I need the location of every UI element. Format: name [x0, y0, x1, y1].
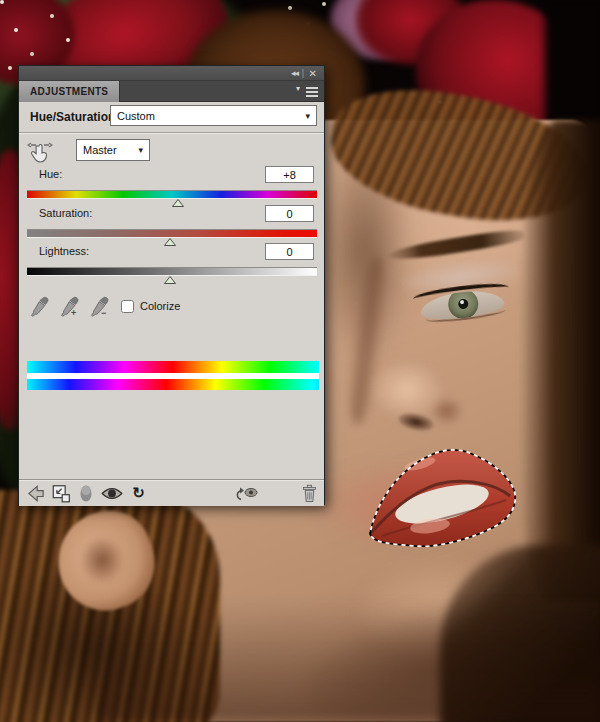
colorize-checkbox[interactable] — [121, 300, 134, 313]
menu-caret-icon: ▾ — [296, 84, 300, 93]
spectrum-ramp-original — [27, 361, 319, 373]
hue-slider-bar[interactable] — [27, 190, 317, 199]
saturation-slider-bar[interactable] — [27, 229, 317, 238]
channel-value: Master — [83, 144, 117, 156]
lightness-slider-bar[interactable] — [27, 267, 317, 276]
panel-footer: ↻ — [19, 479, 324, 506]
colorize-label: Colorize — [140, 300, 180, 312]
eyedropper-row: + − Colorize — [19, 294, 324, 324]
chevron-down-icon: ▾ — [305, 111, 310, 121]
photo-hair-right — [520, 120, 600, 600]
saturation-label: Saturation: — [39, 207, 92, 219]
delete-adjustment-trash-icon[interactable] — [302, 484, 317, 503]
lightness-label: Lightness: — [39, 245, 89, 257]
panel-body: Hue/Saturation Custom ▾ Master ▾ Hue: Sa… — [19, 102, 324, 506]
spectrum-ramp-adjusted — [27, 379, 319, 390]
saturation-value-input[interactable] — [265, 205, 314, 222]
photo-nose-wing — [432, 398, 462, 424]
lightness-slider-marker[interactable] — [164, 276, 176, 284]
separator — [19, 132, 324, 133]
panel-titlebar[interactable]: ◂◂ | ✕ — [19, 66, 324, 81]
targeted-adjustment-tool-icon[interactable] — [27, 138, 53, 164]
panel-menu-icon[interactable]: ▾ — [296, 86, 318, 98]
saturation-slider-marker[interactable] — [164, 238, 176, 246]
hue-label: Hue: — [39, 168, 62, 180]
collapse-to-icons-icon[interactable]: ◂◂ — [291, 67, 298, 80]
preset-value: Custom — [117, 110, 155, 122]
photo-babys-breath — [0, 0, 4, 4]
panel-tab-row: ADJUSTMENTS ▾ — [19, 81, 324, 102]
menu-lines-icon — [306, 87, 318, 97]
photo-neck-shadow — [95, 600, 600, 722]
minus-glyph: − — [101, 308, 325, 326]
eyedropper-icon[interactable] — [28, 296, 50, 318]
tab-adjustments[interactable]: ADJUSTMENTS — [19, 81, 120, 102]
hue-value-input[interactable] — [265, 166, 314, 183]
lightness-value-input[interactable] — [265, 243, 314, 260]
lips-selection — [358, 438, 526, 560]
adjustments-panel: ◂◂ | ✕ ADJUSTMENTS ▾ Hue/Saturation Cust… — [18, 65, 325, 505]
chevron-down-icon: ▾ — [138, 145, 143, 155]
image-canvas[interactable]: ◂◂ | ✕ ADJUSTMENTS ▾ Hue/Saturation Cust… — [0, 0, 600, 722]
channel-dropdown[interactable]: Master ▾ — [76, 139, 150, 161]
titlebar-divider: | — [302, 67, 304, 80]
close-icon[interactable]: ✕ — [309, 67, 317, 80]
reset-adjustment-icon[interactable]: ↻ — [0, 484, 291, 503]
hue-slider-marker[interactable] — [172, 199, 184, 207]
adjustment-title: Hue/Saturation — [30, 110, 115, 124]
preset-dropdown[interactable]: Custom ▾ — [110, 105, 317, 126]
photo-ear-inner — [82, 538, 122, 582]
